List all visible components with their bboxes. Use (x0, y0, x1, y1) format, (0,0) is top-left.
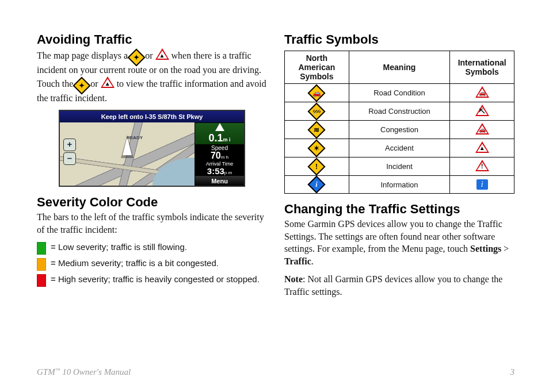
note-text: : Not all Garmin GPS devices allow you t… (284, 274, 502, 297)
distance-value: 0.1 (208, 132, 223, 144)
footer-page-number: 3 (510, 367, 515, 377)
footer-title: 10 Owner's Manual (60, 367, 131, 376)
note-label: Note (284, 274, 303, 284)
info-square-icon: i (476, 179, 488, 190)
gps-status-label: READY (127, 135, 143, 140)
distance-unit: m i (223, 137, 231, 143)
table-row: 🚗 Road Condition 🚗 (285, 84, 514, 102)
na-symbol-cell: ≋ (285, 121, 349, 139)
accident-diamond-icon: ✶ (308, 139, 326, 157)
table-row: 🚧 Road Construction ⛏ (285, 102, 514, 121)
footer-product: GTM (37, 367, 55, 376)
na-symbol-cell: 🚧 (285, 102, 349, 121)
table-row: ≋ Congestion 🚗 (285, 121, 514, 139)
meaning-cell: Information (349, 176, 450, 194)
arrival-value: 3:53 (207, 166, 224, 176)
severity-bar-red-icon (37, 274, 46, 287)
meaning-cell: Accident (349, 139, 450, 157)
incident-diamond-icon: ! (308, 157, 326, 175)
construction-triangle-icon: ⛏ (475, 105, 489, 116)
page: Avoiding Traffic The map page displays a… (0, 0, 549, 327)
table-header-intl: International Symbols (450, 51, 514, 84)
turn-arrow-icon (215, 123, 224, 131)
triangle-red-icon: ▲ (155, 52, 169, 62)
table-row: ! Incident ! (285, 157, 514, 176)
heading-changing-settings: Changing the Traffic Settings (284, 202, 514, 217)
arrival-tile[interactable]: Arrival Time 3:53p m (195, 160, 244, 175)
meaning-cell: Road Condition (349, 84, 450, 102)
paragraph-changing-settings: Some Garmin GPS devices allow you to cha… (284, 218, 514, 267)
meaning-cell: Road Construction (349, 102, 450, 121)
meaning-cell: Incident (349, 157, 450, 176)
map-side-panel: 0.1m i Speed 70m h Arrival Time 3:53p m … (195, 122, 244, 186)
text: or (90, 79, 100, 89)
text: > (504, 244, 509, 253)
severity-bar-green-icon (37, 242, 46, 255)
water-shape (125, 145, 195, 186)
heading-traffic-symbols: Traffic Symbols (284, 32, 514, 47)
text: or (145, 51, 155, 60)
table-row: ✶ Accident ▲ (285, 139, 514, 157)
road-condition-diamond-icon: 🚗 (308, 84, 326, 102)
right-column: Traffic Symbols North American Symbols M… (284, 32, 514, 304)
text: . (311, 256, 314, 266)
severity-text: = High severity; traffic is heavily cong… (51, 274, 260, 284)
heading-avoiding-traffic: Avoiding Traffic (37, 32, 267, 47)
paragraph-avoiding-traffic: The map page displays a ✦ or ▲ when ther… (37, 48, 267, 104)
severity-item-medium: = Medium severity; traffic is a bit cong… (37, 258, 267, 271)
heading-severity: Severity Color Code (37, 195, 267, 210)
na-symbol-cell: ✶ (285, 139, 349, 157)
text: The map page displays a (37, 51, 130, 60)
na-symbol-cell: 🚗 (285, 84, 349, 102)
incident-triangle-icon: ! (475, 160, 489, 171)
speed-unit: m h (221, 155, 228, 160)
map-screenshot: Keep left onto I-35 S/87th St Pkwy + – R… (59, 110, 245, 187)
traffic-symbols-table: North American Symbols Meaning Internati… (284, 51, 514, 194)
table-row: i Information i (285, 176, 514, 194)
severity-item-low: = Low severity; traffic is still flowing… (37, 242, 267, 255)
arrival-unit: p m (224, 170, 232, 175)
map-banner: Keep left onto I-35 S/87th St Pkwy (60, 111, 244, 123)
table-header-na: North American Symbols (285, 51, 349, 84)
bold-traffic: Traffic (284, 256, 311, 266)
paragraph-severity: The bars to the left of the traffic symb… (37, 211, 267, 236)
accident-triangle-icon: ▲ (475, 141, 489, 153)
intl-symbol-cell: ▲ (450, 139, 514, 157)
speed-value: 70 (211, 151, 221, 160)
map-area: + – READY (60, 122, 195, 186)
diamond-yellow-icon: ✦ (75, 80, 88, 90)
info-diamond-icon: i (308, 175, 326, 193)
intl-symbol-cell: i (450, 176, 514, 194)
na-symbol-cell: ! (285, 157, 349, 176)
zoom-in-button[interactable]: + (63, 139, 76, 151)
construction-diamond-icon: 🚧 (308, 102, 326, 120)
speed-tile[interactable]: Speed 70m h (195, 144, 244, 160)
severity-list: = Low severity; traffic is still flowing… (37, 242, 267, 287)
menu-button[interactable]: Menu (195, 175, 244, 186)
na-symbol-cell: i (285, 176, 349, 194)
table-header-meaning: Meaning (349, 51, 450, 84)
severity-item-high: = High severity; traffic is heavily cong… (37, 274, 267, 287)
text: Some Garmin GPS devices allow you to cha… (284, 219, 502, 253)
severity-text: = Medium severity; traffic is a bit cong… (51, 258, 219, 268)
footer-left: GTM™ 10 Owner's Manual (37, 367, 131, 377)
meaning-cell: Congestion (349, 121, 450, 139)
severity-bar-yellow-icon (37, 258, 46, 271)
road-condition-triangle-icon: 🚗 (475, 86, 489, 98)
diamond-yellow-icon: ✦ (130, 52, 143, 62)
triangle-red-icon: ▲ (101, 80, 115, 90)
severity-text: = Low severity; traffic is still flowing… (51, 242, 187, 252)
intl-symbol-cell: 🚗 (450, 121, 514, 139)
paragraph-note: Note: Not all Garmin GPS devices allow y… (284, 273, 514, 298)
intl-symbol-cell: ⛏ (450, 102, 514, 121)
trademark-icon: ™ (55, 367, 60, 373)
zoom-out-button[interactable]: – (63, 152, 76, 165)
intl-symbol-cell: 🚗 (450, 84, 514, 102)
left-column: Avoiding Traffic The map page displays a… (37, 32, 267, 304)
footer: GTM™ 10 Owner's Manual 3 (37, 367, 514, 377)
congestion-triangle-icon: 🚗 (475, 123, 489, 134)
intl-symbol-cell: ! (450, 157, 514, 176)
distance-tile[interactable]: 0.1m i (195, 122, 244, 144)
bold-settings: Settings (470, 244, 501, 253)
congestion-diamond-icon: ≋ (308, 121, 326, 139)
